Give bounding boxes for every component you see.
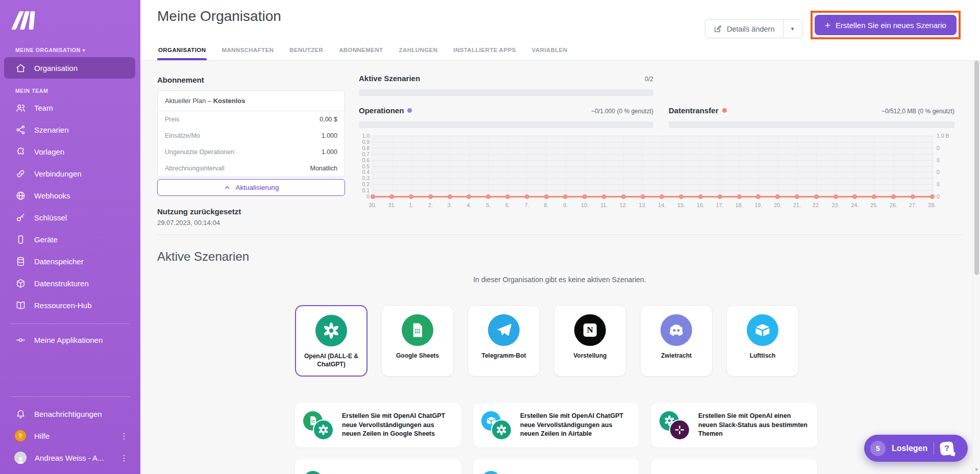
subscription-row-operationen: Ungenutzte Operationen1.000 [158, 144, 345, 160]
usage-chart: 1.00.90.80.70.60.50.40.30.20.10 30.31.1.… [357, 136, 957, 213]
app-card-google-sheets[interactable]: Google Sheets [381, 305, 454, 377]
tab-variablen[interactable]: VARIABLEN [531, 41, 569, 60]
sidebar-section-organisation[interactable]: MEINE ORGANISATION ▾ [15, 47, 85, 53]
annotation-highlight-box: + Erstellen Sie ein neues Szenario [811, 11, 961, 39]
subscription-row-einsaetze: Einsätze/Mo1.000 [158, 128, 345, 144]
app-card-discord[interactable]: Zwietracht [640, 305, 713, 377]
active-scenarios-progress-bar [359, 89, 653, 96]
main-area: Meine Organisation Details ändern ▾ + Er… [140, 0, 980, 474]
airtable-icon [481, 471, 501, 474]
sidebar-item-user[interactable]: Andreas Weiss - A... ⋮ [4, 447, 135, 468]
tab-abonnement[interactable]: ABONNEMENT [338, 41, 384, 60]
chart-plot [371, 136, 934, 199]
sidebar-item-szenarien[interactable]: Szenarien [4, 119, 135, 140]
users-icon [15, 103, 26, 113]
sidebar-item-webhooks[interactable]: Webhooks [4, 185, 135, 206]
sidebar-item-schluessel[interactable]: Schlüssel [4, 207, 135, 228]
openai-icon [313, 419, 334, 440]
plus-icon: + [825, 20, 830, 30]
app-card-notion[interactable]: N Vorstellung [554, 305, 626, 377]
template-card-classify-airtable[interactable]: Klassifizieren Sie die [473, 459, 639, 474]
sidebar-item-geraete[interactable]: Geräte [4, 229, 135, 250]
pencil-icon [714, 24, 722, 33]
node-icon [15, 335, 26, 345]
sidebar-item-team[interactable]: Team [4, 97, 135, 118]
help-chat-icon[interactable]: ? [940, 441, 954, 456]
template-card-browse-more[interactable]: Durchsuchen Sie andere [651, 459, 817, 474]
tab-organisation[interactable]: ORGANISATION [157, 41, 207, 60]
sidebar-item-benachrichtigungen[interactable]: Benachrichtigungen [4, 403, 135, 425]
tab-zahlungen[interactable]: ZAHLUNGEN [398, 41, 439, 60]
sidebar-divider [10, 323, 130, 324]
telegram-icon [488, 314, 520, 346]
transfer-meter-value: ~0/512,0 MB (0 % genutzt) [809, 108, 954, 115]
openai-icon [491, 419, 512, 440]
puzzle-icon [15, 146, 26, 157]
tab-bar: ORGANISATION MANNSCHAFTEN BENUTZER ABONN… [157, 41, 569, 60]
user-menu-icon[interactable]: ⋮ [120, 453, 128, 463]
upgrade-button[interactable]: Aktualisierung [157, 179, 345, 196]
make-logo[interactable] [15, 11, 46, 31]
template-card-openai-slack[interactable]: Erstellen Sie mit OpenAI einen neuen Sla… [651, 403, 817, 447]
sidebar-item-vorlagen[interactable]: Vorlagen [4, 141, 135, 162]
sidebar-item-verbindungen[interactable]: Verbindungen [4, 163, 135, 184]
tab-mannschaften[interactable]: MANNSCHAFTEN [220, 41, 275, 60]
google-sheets-icon [402, 314, 433, 346]
caret-down-icon: ▾ [82, 47, 85, 53]
edit-details-button[interactable]: Details ändern [705, 20, 783, 38]
sidebar-item-organisation[interactable]: Organisation [4, 57, 135, 79]
discord-icon [660, 314, 692, 346]
transfer-dot-icon [722, 108, 727, 113]
chart-y-axis-right: 1.0 B00000 [934, 136, 957, 199]
operations-meter-label: Operationen [359, 106, 412, 115]
create-scenario-button[interactable]: + Erstellen Sie ein neues Szenario [815, 15, 957, 35]
page-content: Abonnement Aktueller Plan – Kostenlos Pr… [140, 61, 972, 474]
page-title: Meine Organisation [157, 8, 281, 24]
transfer-progress-bar [669, 121, 954, 128]
sidebar-item-datenspeicher[interactable]: Datenspeicher [4, 251, 135, 272]
tab-benutzer[interactable]: BENUTZER [288, 41, 324, 60]
active-scenarios-meter-value: 0/2 [359, 76, 653, 83]
hilfe-menu-icon[interactable]: ⋮ [120, 431, 128, 441]
edit-details-caret-button[interactable]: ▾ [783, 20, 802, 38]
template-card-classify-openai[interactable]: Klassifizieren Sie mit OpenAI [295, 459, 461, 474]
scrollbar-thumb[interactable] [974, 61, 979, 275]
sidebar: MEINE ORGANISATION ▾ Organisation MEIN T… [0, 0, 140, 474]
tab-installierte-apps[interactable]: INSTALLIERTE APPS [452, 41, 517, 60]
sidebar-section-team: MEIN TEAM [15, 88, 48, 94]
active-scenarios-section-title: Aktive Szenarien [157, 250, 249, 264]
plan-name: Kostenlos [213, 97, 246, 105]
edit-details-split-button[interactable]: Details ändern ▾ [705, 19, 802, 38]
operations-dot-icon [407, 108, 412, 113]
sidebar-item-datenstrukturen[interactable]: Datenstrukturen [4, 272, 135, 294]
sidebar-footer-divider [10, 396, 130, 397]
share-icon [15, 124, 26, 135]
getting-started-button[interactable]: 5 Loslegen ? [864, 435, 968, 462]
app-card-airtable[interactable]: Lufttisch [726, 305, 799, 377]
caret-down-icon: ▾ [791, 26, 794, 32]
subscription-card: Aktueller Plan – Kostenlos Preis0,00 $ E… [157, 90, 345, 177]
page-header: Meine Organisation Details ändern ▾ + Er… [140, 0, 980, 61]
vertical-scrollbar[interactable]: ▼ [972, 61, 980, 474]
subscription-row-intervall: AbrechnungsintervallMonatlich [158, 160, 345, 177]
openai-icon [315, 315, 347, 346]
chevron-up-icon [224, 184, 231, 191]
sidebar-item-hilfe[interactable]: ? Hilfe ⋮ [4, 425, 135, 446]
chart-x-axis: 30.31.1.2.3.4.5.6.7.8.9.10.11.12.13.14.1… [371, 199, 934, 212]
usage-reset-title: Nutzung zurückgesetzt [157, 207, 241, 216]
scrollbar-down-arrow-icon[interactable]: ▼ [973, 467, 980, 472]
sidebar-item-ressourcen-hub[interactable]: Ressourcen-Hub [4, 294, 135, 316]
operations-meter-value: ~0/1.000 (0 % genutzt) [508, 108, 653, 115]
template-card-airtable-openai[interactable]: Erstellen Sie mit OpenAI ChatGPT neue Ve… [473, 403, 639, 447]
book-icon [15, 300, 26, 311]
app-card-openai[interactable]: OpenAI (DALL-E & ChatGPT) [295, 305, 368, 377]
plan-row: Aktueller Plan – Kostenlos [158, 91, 345, 111]
cube-icon [15, 278, 26, 289]
app-card-telegram[interactable]: Telegramm-Bot [468, 305, 540, 377]
sidebar-item-meine-applikationen[interactable]: Meine Applikationen [4, 329, 135, 351]
section-divider [157, 234, 962, 235]
database-icon [15, 256, 26, 267]
empty-scenarios-text: In dieser Organisation gibt es keine akt… [157, 276, 962, 284]
airtable-icon [747, 314, 778, 346]
template-card-sheets-openai[interactable]: Erstellen Sie mit OpenAI ChatGPT neue Ve… [295, 403, 461, 447]
